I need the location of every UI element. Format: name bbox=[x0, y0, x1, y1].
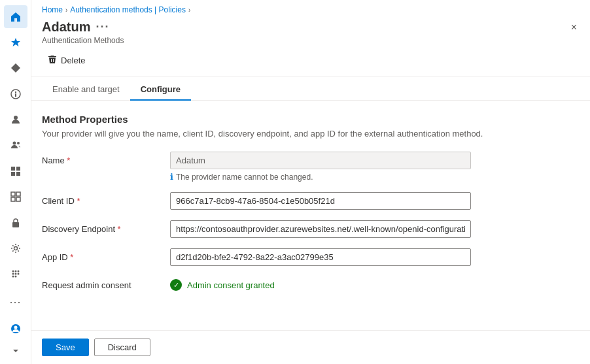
consent-check-icon: ✓ bbox=[170, 279, 182, 291]
svg-rect-2 bbox=[15, 91, 16, 93]
client-id-required-marker: * bbox=[75, 196, 80, 206]
svg-rect-12 bbox=[11, 197, 15, 201]
svg-point-4 bbox=[12, 142, 16, 145]
consent-status-row: ✓ Admin consent granted bbox=[170, 279, 580, 291]
svg-rect-8 bbox=[11, 172, 15, 176]
svg-rect-10 bbox=[11, 192, 15, 196]
tab-configure[interactable]: Configure bbox=[130, 79, 191, 101]
sidebar-icon-users[interactable] bbox=[4, 134, 27, 157]
svg-rect-13 bbox=[16, 197, 20, 201]
name-hint-text: The provider name cannot be changed. bbox=[176, 173, 313, 182]
footer: Save Discard bbox=[31, 330, 590, 364]
name-form-row: Name * ℹ The provider name cannot be cha… bbox=[42, 152, 580, 182]
sidebar-icon-apps[interactable] bbox=[4, 263, 27, 286]
sidebar-icon-lock[interactable] bbox=[4, 211, 27, 234]
page-header: Adatum ··· Authentication Methods × bbox=[31, 17, 590, 45]
app-id-label: App ID * bbox=[42, 248, 160, 262]
name-hint: ℹ The provider name cannot be changed. bbox=[170, 172, 580, 182]
svg-point-25 bbox=[14, 325, 17, 329]
sidebar: ··· bbox=[0, 0, 31, 364]
svg-point-3 bbox=[14, 116, 18, 120]
breadcrumb-home[interactable]: Home bbox=[42, 5, 63, 14]
svg-rect-7 bbox=[16, 167, 20, 171]
consent-label: Request admin consent bbox=[42, 276, 160, 290]
svg-point-22 bbox=[12, 276, 14, 278]
name-label: Name * bbox=[42, 152, 160, 165]
content-area: Method Properties Your provider will giv… bbox=[31, 101, 590, 330]
title-more-button[interactable]: ··· bbox=[95, 20, 109, 34]
consent-form-row: Request admin consent ✓ Admin consent gr… bbox=[42, 276, 580, 291]
breadcrumb: Home › Authentication methods | Policies… bbox=[31, 0, 590, 17]
save-button[interactable]: Save bbox=[42, 339, 89, 356]
app-id-required-marker: * bbox=[68, 252, 74, 262]
breadcrumb-sep2: › bbox=[188, 7, 190, 14]
consent-status-text: Admin consent granted bbox=[187, 280, 275, 290]
name-required-marker: * bbox=[65, 156, 71, 165]
sidebar-icon-more[interactable]: ··· bbox=[4, 291, 27, 314]
svg-point-17 bbox=[14, 271, 16, 273]
sidebar-icon-profile[interactable] bbox=[4, 317, 27, 340]
delete-label: Delete bbox=[61, 56, 86, 65]
discovery-label: Discovery Endpoint * bbox=[42, 220, 160, 234]
svg-point-18 bbox=[17, 271, 19, 273]
svg-point-5 bbox=[17, 142, 20, 144]
sidebar-icon-favorites[interactable] bbox=[4, 31, 27, 54]
consent-field-container: ✓ Admin consent granted bbox=[170, 276, 580, 291]
page-title: Adatum ··· bbox=[42, 20, 124, 35]
svg-point-16 bbox=[12, 271, 14, 273]
app-id-form-row: App ID * bbox=[42, 248, 580, 266]
svg-rect-9 bbox=[16, 172, 20, 176]
title-area: Adatum ··· Authentication Methods bbox=[42, 20, 124, 45]
delete-icon bbox=[48, 55, 57, 66]
page-title-text: Adatum bbox=[42, 20, 90, 35]
svg-point-21 bbox=[17, 273, 19, 275]
client-id-label: Client ID * bbox=[42, 192, 160, 206]
close-button[interactable]: × bbox=[568, 20, 580, 35]
toolbar: Delete bbox=[31, 45, 590, 76]
sidebar-icon-user[interactable] bbox=[4, 108, 27, 131]
info-icon: ℹ bbox=[170, 172, 173, 182]
delete-button[interactable]: Delete bbox=[42, 52, 92, 69]
name-input[interactable] bbox=[170, 152, 471, 169]
sidebar-icon-grid2[interactable] bbox=[4, 186, 27, 208]
svg-point-15 bbox=[14, 246, 17, 250]
app-id-input[interactable] bbox=[170, 248, 471, 266]
tab-enable-and-target[interactable]: Enable and target bbox=[42, 79, 130, 101]
app-id-field-container bbox=[170, 248, 580, 266]
discovery-form-row: Discovery Endpoint * bbox=[42, 220, 580, 238]
discard-button[interactable]: Discard bbox=[94, 339, 150, 356]
svg-point-19 bbox=[12, 273, 14, 275]
client-id-form-row: Client ID * bbox=[42, 192, 580, 210]
sidebar-icon-settings[interactable] bbox=[4, 237, 27, 259]
client-id-input[interactable] bbox=[170, 192, 471, 210]
svg-point-20 bbox=[14, 273, 16, 275]
client-id-field-container bbox=[170, 192, 580, 210]
svg-rect-6 bbox=[11, 167, 15, 171]
discovery-field-container bbox=[170, 220, 580, 238]
sidebar-icon-info[interactable] bbox=[4, 82, 27, 105]
breadcrumb-auth[interactable]: Authentication methods | Policies bbox=[70, 5, 186, 14]
tab-bar: Enable and target Configure bbox=[31, 79, 590, 101]
discovery-input[interactable] bbox=[170, 220, 471, 238]
breadcrumb-sep1: › bbox=[65, 7, 67, 14]
svg-rect-14 bbox=[12, 222, 19, 227]
page-subtitle: Authentication Methods bbox=[42, 36, 124, 45]
section-description: Your provider will give you the name, cl… bbox=[42, 129, 580, 139]
sidebar-collapse-toggle[interactable] bbox=[4, 343, 27, 359]
sidebar-icon-grid[interactable] bbox=[4, 159, 27, 182]
main-content: Home › Authentication methods | Policies… bbox=[31, 0, 590, 364]
svg-point-23 bbox=[14, 276, 16, 278]
svg-rect-1 bbox=[15, 93, 16, 97]
name-field-container: ℹ The provider name cannot be changed. bbox=[170, 152, 580, 182]
sidebar-icon-diamond[interactable] bbox=[4, 57, 27, 80]
svg-rect-11 bbox=[16, 192, 20, 196]
discovery-required-marker: * bbox=[115, 224, 121, 234]
sidebar-icon-home[interactable] bbox=[4, 5, 27, 28]
section-title: Method Properties bbox=[42, 114, 580, 125]
